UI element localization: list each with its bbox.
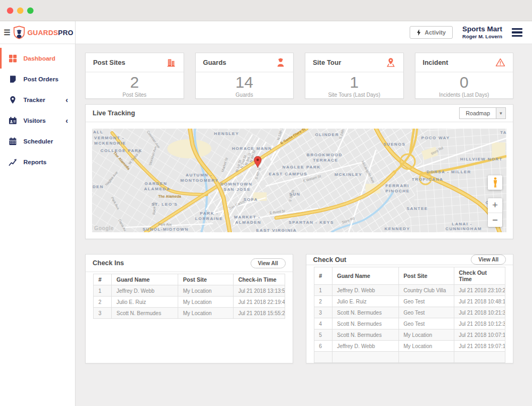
live-tracking-header: Live Tracking Roadmap ▼ bbox=[86, 105, 513, 122]
stat-card-body: 1Site Tours (Last Days) bbox=[305, 72, 403, 98]
sidebar-item-tracker[interactable]: Tracker‹ bbox=[0, 89, 75, 110]
table-cell: Country Club Villa bbox=[398, 285, 454, 296]
sidebar-item-dashboard[interactable]: Dashboard bbox=[0, 48, 75, 69]
hamburger-menu-icon[interactable] bbox=[512, 28, 522, 37]
table-cell: Scott N. Bermudes bbox=[112, 308, 178, 319]
table-cell: Jul 21 2018 23:10:21 bbox=[454, 285, 505, 296]
sidebar-item-reports[interactable]: Reports bbox=[0, 151, 75, 172]
table-cell: Jul 21 2018 13:13:52 bbox=[234, 285, 285, 297]
sidebar-item-label: Visitors bbox=[23, 117, 46, 124]
sidebar-item-post-orders[interactable]: Post Orders bbox=[0, 69, 75, 89]
zoom-out-button[interactable]: − bbox=[488, 213, 502, 227]
table-cell: Scott N. Bermudes bbox=[332, 307, 398, 318]
table-row: 2Julio E. RuizGeo TestJul 21 2018 10:48:… bbox=[314, 296, 505, 307]
table-row: 1Jeffrey D. WebbMy LocationJul 21 2018 1… bbox=[94, 285, 285, 297]
live-tracking-title: Live Tracking bbox=[93, 109, 135, 117]
check-out-header: Check Out View All bbox=[306, 255, 513, 265]
table-cell: 4 bbox=[314, 318, 332, 329]
pegman-icon bbox=[492, 177, 498, 188]
check-ins-table-wrap: #Guard NamePost SiteCheck-in Time 1Jeffr… bbox=[86, 272, 293, 319]
table-row: 1Jeffrey D. WebbCountry Club VillaJul 21… bbox=[314, 285, 505, 296]
stat-card-header: Guards bbox=[196, 53, 294, 72]
map-canvas[interactable]: ALLVERMONT -MCKENDRIECOLLEGE PARKHENSLEY… bbox=[92, 129, 506, 232]
pin-icon bbox=[9, 96, 17, 104]
stat-value: 1 bbox=[305, 73, 403, 92]
brand-pro: PRO bbox=[58, 29, 73, 37]
table-cell: 3 bbox=[94, 308, 112, 319]
table-cell: Geo Test bbox=[398, 296, 454, 307]
topbar: Activity Sports Mart Roger M. Lovern bbox=[76, 21, 532, 44]
stat-card-site-tour: Site Tour1Site Tours (Last Days) bbox=[305, 53, 404, 99]
check-out-panel: Check Out View All #Guard NamePost SiteC… bbox=[306, 254, 514, 363]
activity-label: Activity bbox=[425, 29, 446, 36]
table-cell: Julio E. Ruiz bbox=[112, 297, 178, 308]
table-cell bbox=[454, 352, 505, 363]
stat-value: 14 bbox=[196, 73, 294, 92]
table-cell: Jul 21 2018 22:19:41 bbox=[234, 297, 285, 308]
sidebar: ☰ GUARDSPRO DashboardPost OrdersTracker‹… bbox=[0, 21, 76, 406]
table-cell: My Location bbox=[398, 329, 454, 341]
check-ins-table: #Guard NamePost SiteCheck-in Time 1Jeffr… bbox=[93, 274, 285, 319]
minimize-button[interactable] bbox=[17, 7, 23, 14]
map-zoom-control: + − bbox=[488, 198, 502, 227]
map-type-select[interactable]: Roadmap ▼ bbox=[459, 107, 506, 119]
table-row: 4Scott N. BermudesGeo TestJul 21 2018 10… bbox=[314, 318, 505, 329]
close-button[interactable] bbox=[7, 7, 13, 14]
account-menu[interactable]: Sports Mart Roger M. Lovern bbox=[462, 25, 502, 40]
account-user: Roger M. Lovern bbox=[462, 33, 502, 39]
table-cell: Jul 21 2018 19:07:10 bbox=[454, 341, 505, 352]
account-company: Sports Mart bbox=[462, 25, 502, 33]
table-cell: My Location bbox=[398, 341, 454, 352]
brand-guards: GUARDS bbox=[28, 29, 59, 37]
stat-value: 0 bbox=[415, 73, 513, 92]
table-cell: Scott N. Bermudes bbox=[332, 329, 398, 341]
app-chrome: ☰ GUARDSPRO DashboardPost OrdersTracker‹… bbox=[0, 21, 532, 406]
check-ins-view-all-button[interactable]: View All bbox=[251, 258, 286, 268]
building-icon bbox=[166, 57, 176, 67]
table-cell: Scott N. Bermudes bbox=[332, 318, 398, 329]
table-cell: Jeffrey D. Webb bbox=[112, 285, 178, 297]
stat-card-title: Site Tour bbox=[313, 59, 341, 66]
column-header: # bbox=[94, 274, 112, 285]
brand-name: GUARDSPRO bbox=[28, 29, 73, 37]
activity-button[interactable]: Activity bbox=[410, 26, 453, 39]
sidebar-item-label: Post Orders bbox=[23, 76, 59, 82]
table-cell: 1 bbox=[94, 285, 112, 297]
stat-sublabel: Site Tours (Last Days) bbox=[305, 92, 403, 98]
check-out-view-all-button[interactable]: View All bbox=[471, 255, 506, 265]
stat-card-post-sites: Post Sites2Post Sites bbox=[85, 53, 184, 99]
zoom-button[interactable] bbox=[27, 7, 34, 14]
stat-card-title: Post Sites bbox=[93, 59, 125, 66]
table-cell: Julio E. Ruiz bbox=[332, 296, 398, 307]
table-cell: 2 bbox=[314, 296, 332, 307]
guard-icon bbox=[276, 57, 286, 67]
column-header: Post Site bbox=[398, 267, 454, 285]
stat-card-title: Incident bbox=[423, 59, 448, 66]
table-cell: 6 bbox=[314, 341, 332, 352]
table-cell: 1 bbox=[314, 285, 332, 296]
column-header: Post Site bbox=[178, 274, 234, 285]
stat-value: 2 bbox=[86, 73, 184, 92]
chart-icon bbox=[9, 158, 17, 166]
pegman-control[interactable] bbox=[488, 175, 502, 190]
zoom-in-button[interactable]: + bbox=[488, 198, 502, 213]
check-ins-title: Check Ins bbox=[93, 259, 124, 267]
check-out-title: Check Out bbox=[313, 256, 347, 264]
sidebar-item-label: Tracker bbox=[23, 97, 45, 103]
check-ins-header: Check Ins View All bbox=[86, 255, 293, 272]
table-cell: My Location bbox=[178, 297, 234, 308]
google-watermark: Google bbox=[94, 225, 114, 231]
table-cell: Jeffrey D. Webb bbox=[332, 341, 398, 352]
sidebar-nav: DashboardPost OrdersTracker‹Visitors‹Sch… bbox=[0, 44, 75, 172]
main-area: Activity Sports Mart Roger M. Lovern Pos… bbox=[76, 21, 532, 406]
table-cell: Jul 21 2018 15:55:27 bbox=[234, 308, 285, 319]
site-tour-icon bbox=[386, 57, 396, 67]
sidebar-item-visitors[interactable]: Visitors‹ bbox=[0, 110, 75, 131]
column-header: Guard Name bbox=[332, 267, 398, 285]
sidebar-item-scheduler[interactable]: Scheduler bbox=[0, 131, 75, 151]
brand: ☰ GUARDSPRO bbox=[0, 21, 75, 44]
table-cell: Geo Test bbox=[398, 307, 454, 318]
window-titlebar bbox=[0, 0, 532, 21]
collapse-chevron-icon: ‹ bbox=[65, 117, 70, 124]
sidebar-toggle-icon[interactable]: ☰ bbox=[4, 29, 11, 36]
